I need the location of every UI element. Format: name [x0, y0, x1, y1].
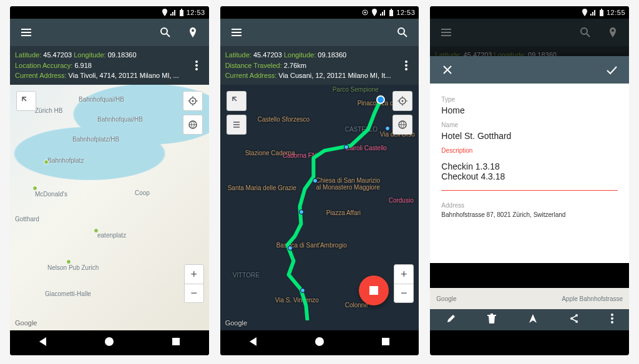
zoom-out-button[interactable]: − — [185, 284, 203, 302]
app-bar — [430, 19, 629, 46]
svg-point-33 — [611, 317, 613, 320]
recent-square-icon — [380, 336, 391, 347]
status-time: 12:53 — [396, 9, 415, 16]
map-type-button[interactable] — [393, 115, 412, 135]
zoom-in-button[interactable]: + — [394, 265, 413, 284]
share-button[interactable] — [569, 314, 579, 326]
navigate-button[interactable] — [528, 314, 538, 326]
home-circle-icon — [104, 336, 115, 347]
address-label: Address — [441, 202, 618, 209]
description-input[interactable]: Checkin 1.3.18 Checkout 4.3.18 — [441, 161, 618, 191]
svg-point-21 — [402, 100, 404, 102]
info-overflow-button[interactable] — [399, 54, 414, 77]
location-pin-icon — [371, 9, 378, 16]
menu-button[interactable] — [435, 21, 457, 44]
map-poi: eatenplatz — [97, 232, 126, 239]
search-button[interactable] — [574, 21, 597, 44]
google-attribution: Google — [225, 319, 247, 327]
delete-button[interactable] — [487, 314, 496, 326]
hamburger-icon — [440, 26, 452, 39]
app-bar — [10, 19, 209, 46]
add-place-button[interactable] — [602, 21, 624, 44]
location-pin-icon — [582, 9, 588, 16]
description-label: Description — [441, 147, 618, 154]
more-vert-icon — [405, 60, 407, 70]
status-bar: 12:53 — [10, 6, 209, 19]
back-triangle-icon — [37, 336, 49, 347]
nav-back-button[interactable] — [248, 336, 259, 350]
nav-home-button[interactable] — [104, 336, 115, 350]
my-location-button[interactable] — [393, 91, 412, 111]
svg-point-24 — [315, 337, 324, 346]
nav-home-button[interactable] — [314, 336, 325, 350]
svg-rect-0 — [180, 10, 183, 16]
trash-icon — [487, 314, 496, 323]
zoom-out-button[interactable]: − — [394, 284, 413, 302]
globe-icon — [188, 120, 198, 130]
info-overflow-button[interactable] — [189, 54, 204, 77]
search-icon — [159, 26, 172, 39]
map-poi: Gotthard — [15, 216, 39, 223]
home-circle-icon — [314, 336, 325, 347]
search-button[interactable] — [391, 21, 414, 44]
android-nav-bar — [10, 330, 209, 355]
svg-rect-27 — [601, 9, 602, 10]
expand-button[interactable] — [227, 91, 246, 111]
nav-recent-button[interactable] — [380, 336, 391, 350]
signal-icon — [380, 9, 386, 16]
status-bar: 12:55 — [430, 6, 629, 19]
place-action-bar — [430, 309, 629, 330]
menu-button[interactable] — [15, 21, 37, 44]
close-button[interactable] — [436, 59, 459, 81]
svg-point-5 — [195, 68, 198, 70]
svg-rect-1 — [181, 9, 182, 10]
nav-back-button[interactable] — [37, 336, 49, 350]
route-path — [220, 85, 419, 320]
status-time: 12:55 — [607, 9, 625, 16]
svg-rect-13 — [389, 10, 393, 16]
expand-icon — [232, 96, 241, 106]
map-type-button[interactable] — [183, 115, 203, 135]
map-view[interactable]: Bahnhofquai/HB Zürich HB Bahnhofquai/HB … — [10, 85, 209, 331]
svg-point-4 — [195, 64, 198, 67]
stop-icon — [369, 286, 378, 295]
stop-tracking-fab[interactable] — [359, 275, 389, 305]
svg-rect-23 — [369, 286, 378, 295]
list-button[interactable] — [227, 115, 246, 135]
menu-button[interactable] — [225, 21, 248, 44]
status-bar: 12:53 — [220, 6, 419, 19]
navigation-arrow-icon — [528, 314, 538, 323]
battery-icon — [389, 9, 394, 16]
map-poi: Bahnhofquai/HB — [97, 116, 143, 123]
svg-point-32 — [611, 314, 613, 316]
zoom-in-button[interactable]: + — [185, 265, 203, 284]
zoom-controls: + − — [184, 264, 204, 303]
svg-rect-10 — [172, 338, 180, 345]
hamburger-icon — [230, 26, 243, 39]
svg-point-9 — [105, 337, 114, 346]
add-place-button[interactable] — [182, 21, 204, 44]
pencil-icon — [446, 314, 456, 323]
search-icon — [579, 26, 592, 39]
search-button[interactable] — [154, 21, 177, 44]
map-peek-strip[interactable]: Google Apple Bahnhofstrasse — [430, 288, 629, 309]
map-view[interactable]: Parco Sempione Pinacoteca di B Castello … — [220, 85, 419, 331]
google-attribution: Google — [15, 319, 37, 327]
phone-screen-2: 12:53 Latitude: 45.47203 Longitude: 09.1… — [220, 6, 419, 355]
svg-point-18 — [405, 68, 407, 70]
expand-button[interactable] — [16, 91, 36, 111]
type-value[interactable]: Home — [441, 105, 618, 115]
confirm-button[interactable] — [600, 59, 623, 81]
nav-recent-button[interactable] — [170, 336, 182, 350]
address-value: Bahnhofstrasse 87, 8021 Zürich, Switzerl… — [441, 211, 618, 218]
more-vert-icon — [195, 60, 198, 70]
my-location-button[interactable] — [183, 91, 203, 111]
name-value[interactable]: Hotel St. Gotthard — [441, 131, 618, 141]
recent-square-icon — [170, 336, 182, 347]
action-overflow-button[interactable] — [611, 314, 613, 326]
svg-point-17 — [405, 64, 407, 67]
edit-button[interactable] — [446, 314, 456, 326]
location-info-panel: Latitude: 45.47203 Longitude: 09.18360 L… — [10, 46, 209, 85]
location-info-panel: Latitude: 45.47203 Longitude: 09.18360 D… — [220, 46, 419, 85]
expand-icon — [21, 96, 31, 106]
